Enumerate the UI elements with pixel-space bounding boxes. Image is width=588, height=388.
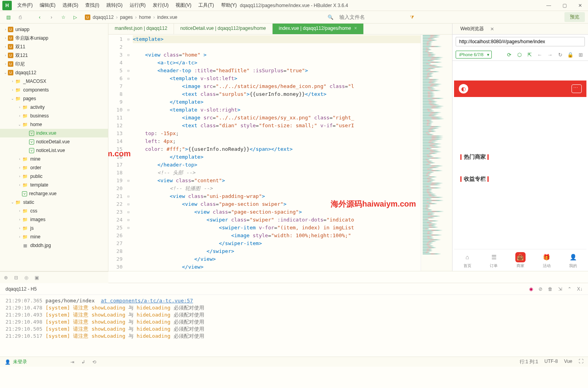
tree-item[interactable]: Vindex.vue — [0, 129, 108, 137]
file-explorer[interactable]: ›Uuniapp›U帝启版本uniapp›U双11›U双121›U印尼⌄Udqa… — [0, 24, 108, 271]
browser-tab[interactable]: Web浏览器 — [457, 24, 487, 34]
devtools-icon[interactable]: ⬡ — [515, 50, 524, 59]
editor-tab[interactable]: manifest.json | dqaqq112 — [108, 24, 174, 34]
reload-icon[interactable]: ⟳ — [505, 50, 513, 59]
menu-item[interactable]: 帮助(Y) — [218, 0, 240, 10]
nav-forward-icon[interactable]: → — [546, 50, 554, 59]
stop-icon[interactable]: ◉ — [529, 286, 533, 292]
menu-item[interactable]: 选择(S) — [59, 0, 81, 10]
tree-item[interactable]: ▦dbddh.jpg — [0, 241, 108, 250]
tree-item[interactable]: ›📁template — [0, 181, 108, 189]
tree-item[interactable]: ›📁css — [0, 207, 108, 215]
console-body[interactable]: 21:29:07.365 pages/home/index at compone… — [0, 295, 588, 357]
close-panel-icon[interactable]: X↓ — [577, 286, 583, 292]
terminal-icon[interactable]: ▣ — [35, 275, 39, 280]
locate-icon[interactable]: ◎ — [24, 275, 28, 280]
tree-item[interactable]: ›📁public — [0, 172, 108, 181]
forward-icon[interactable]: › — [46, 12, 57, 22]
tree-item[interactable]: ⌄📁home — [0, 120, 108, 129]
save-icon[interactable]: ⎙ — [15, 12, 25, 22]
preview-button[interactable]: 预览 — [564, 12, 585, 22]
url-input[interactable] — [456, 37, 585, 46]
menu-item[interactable]: 跳转(G) — [103, 0, 126, 10]
avatar-icon[interactable]: ◐ — [459, 84, 468, 93]
tree-item[interactable]: ›📁mine — [0, 155, 108, 163]
phone-tab[interactable]: 👤我的 — [560, 249, 586, 271]
tree-item[interactable]: ›📁images — [0, 215, 108, 224]
user-icon[interactable]: 👤 — [5, 359, 11, 365]
sync-icon[interactable]: ⊕ — [4, 275, 8, 280]
menu-item[interactable]: 视图(V) — [172, 0, 194, 10]
tree-item[interactable]: ›📁business — [0, 112, 108, 120]
grid-icon[interactable]: ⊞ — [576, 50, 585, 59]
filter-icon[interactable]: ⧩ — [410, 15, 414, 20]
clear-icon[interactable]: ⊘ — [539, 286, 542, 292]
search-icon[interactable]: 🔍 — [325, 12, 335, 22]
tree-item[interactable]: ›📁components — [0, 86, 108, 94]
menu-item[interactable]: 文件(F) — [14, 0, 36, 10]
tree-item[interactable]: Vrecharge.vue — [0, 189, 108, 198]
close-button[interactable]: ✕ — [572, 0, 588, 11]
tree-item[interactable]: ›📁order — [0, 163, 108, 172]
back-icon[interactable]: ‹ — [35, 12, 45, 22]
breadcrumb-item[interactable]: pages — [120, 15, 133, 20]
open-external-icon[interactable]: ⇱ — [525, 50, 534, 59]
tree-item[interactable]: ›📁activity — [0, 103, 108, 112]
maximize-button[interactable]: ▢ — [557, 0, 572, 11]
export-icon[interactable]: ⇲ — [558, 286, 562, 292]
tree-item[interactable]: VnoticeList.vue — [0, 146, 108, 155]
breadcrumb-item[interactable]: dqaqq112 — [93, 15, 114, 20]
minimize-button[interactable]: ― — [541, 0, 557, 11]
device-select[interactable]: iPhone 6/7/8 — [456, 51, 492, 59]
tree-item[interactable]: ›📁_MACOSX — [0, 77, 108, 86]
tree-item[interactable]: ›U帝启版本uniapp — [0, 34, 108, 42]
code-body[interactable]: <template> <view class="home" > <a-tc></… — [131, 35, 421, 271]
editor-tab[interactable]: noticeDetail.vue | dqaqq112/pages/home — [174, 24, 273, 34]
tree-item[interactable]: ›U双121 — [0, 51, 108, 60]
breadcrumb-item[interactable]: home — [139, 15, 151, 20]
message-icon[interactable] — [572, 84, 582, 93]
tree-item[interactable]: ⌄📁static — [0, 198, 108, 207]
file-search-input[interactable] — [338, 13, 408, 22]
new-file-icon[interactable]: ▤ — [3, 12, 13, 22]
menu-item[interactable]: 查找(I) — [82, 0, 102, 10]
tree-item[interactable]: VnoticeDetail.vue — [0, 137, 108, 146]
menu-item[interactable]: 编辑(E) — [37, 0, 59, 10]
tree-item[interactable]: ›Uuniapp — [0, 25, 108, 34]
tree-item[interactable]: ›U印尼 — [0, 60, 108, 68]
language-mode[interactable]: Vue — [564, 359, 572, 365]
code-editor[interactable]: 1234567891011121314151617181920212223242… — [108, 35, 452, 271]
star-icon[interactable]: ☆ — [58, 12, 68, 22]
editor-tab[interactable]: index.vue | dqaqq112/pages/home× — [273, 24, 364, 34]
breadcrumb-item[interactable]: index.vue — [157, 15, 177, 20]
fold-gutter[interactable]: ⊟⊟⊟⊟⊟⊟⊟⊟⊟⊟⊟ — [126, 35, 131, 271]
log-link[interactable]: at components/a-tc/a-tc.vue:57 — [101, 298, 193, 304]
login-status[interactable]: 未登录 — [13, 359, 27, 365]
tree-item[interactable]: ⌄Udqaqq112 — [0, 68, 108, 77]
tree-item[interactable]: ⌄📁pages — [0, 94, 108, 103]
wrap-icon[interactable]: ↲ — [81, 359, 85, 365]
close-icon[interactable]: ✕ — [490, 26, 494, 32]
menu-item[interactable]: 发行(U) — [150, 0, 172, 10]
expand-icon[interactable]: ⛶ — [579, 359, 583, 365]
tree-item[interactable]: ›📁js — [0, 224, 108, 232]
lock-icon[interactable]: 🔒 — [566, 50, 575, 59]
trash-icon[interactable]: 🗑 — [548, 286, 553, 292]
phone-tab[interactable]: ☰订单 — [480, 249, 507, 271]
tree-item[interactable]: ›📁mine — [0, 232, 108, 241]
phone-tab[interactable]: ⌂首页 — [454, 249, 480, 271]
phone-tab[interactable]: 👜商家 — [507, 249, 533, 271]
nav-back-icon[interactable]: ← — [535, 50, 544, 59]
menu-item[interactable]: 工具(T) — [195, 0, 217, 10]
refresh-icon[interactable]: ↻ — [556, 50, 564, 59]
collapse-icon[interactable]: ⌃ — [568, 286, 572, 292]
phone-tab[interactable]: 🎁活动 — [533, 249, 560, 271]
run-icon[interactable]: ▷ — [70, 12, 80, 22]
collapse-icon[interactable]: ⊟ — [14, 275, 18, 280]
minimap[interactable] — [421, 35, 452, 271]
tree-item[interactable]: ›U双11 — [0, 42, 108, 51]
menu-item[interactable]: 运行(R) — [126, 0, 149, 10]
encoding[interactable]: UTF-8 — [544, 359, 558, 365]
sync-status-icon[interactable]: ⟲ — [92, 359, 96, 365]
indent-icon[interactable]: ⇥ — [70, 359, 74, 365]
